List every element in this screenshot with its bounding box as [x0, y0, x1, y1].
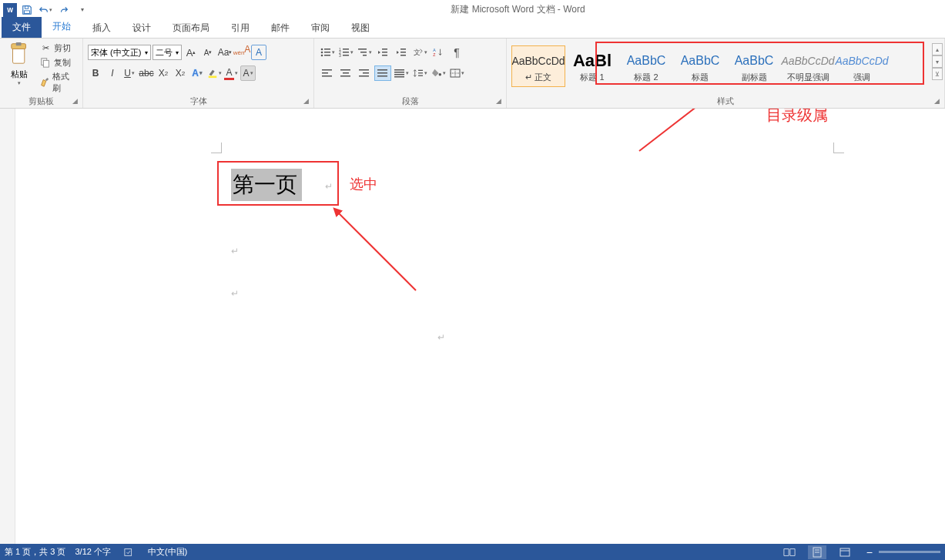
- spellcheck-icon[interactable]: [120, 545, 139, 559]
- svg-rect-6: [16, 42, 22, 45]
- character-border-button[interactable]: A: [251, 45, 266, 60]
- paragraph-mark: ↵: [325, 181, 333, 193]
- increase-indent-button[interactable]: [393, 45, 410, 60]
- tab-layout[interactable]: 页面布局: [162, 18, 220, 38]
- style-item-0[interactable]: AaBbCcDd↵ 正文: [511, 45, 565, 87]
- tab-file[interactable]: 文件: [2, 17, 42, 38]
- copy-icon: [39, 56, 52, 69]
- vertical-ruler[interactable]: [0, 109, 15, 544]
- show-hide-marks-button[interactable]: ¶: [448, 45, 465, 60]
- zoom-control[interactable]: −: [863, 546, 940, 558]
- bullets-button[interactable]: [319, 45, 336, 60]
- cut-button[interactable]: ✂剪切: [37, 41, 78, 55]
- shading-button[interactable]: [430, 65, 447, 81]
- style-item-1[interactable]: AaBl标题 1: [565, 45, 619, 87]
- styles-scroll-up[interactable]: ▴: [932, 43, 943, 55]
- paragraph-dialog-launcher[interactable]: ◢: [496, 98, 504, 106]
- align-right-button[interactable]: [356, 65, 373, 81]
- status-page[interactable]: 第 1 页，共 3 页: [5, 546, 65, 558]
- bold-button[interactable]: B: [88, 65, 103, 81]
- print-layout-icon[interactable]: [808, 545, 826, 559]
- underline-button[interactable]: U: [122, 65, 137, 81]
- sort-button[interactable]: AZ: [430, 45, 447, 60]
- asian-layout-button[interactable]: 文: [411, 45, 428, 60]
- highlight-button[interactable]: [206, 65, 222, 81]
- svg-rect-39: [340, 75, 350, 77]
- superscript-button[interactable]: X2: [173, 65, 188, 81]
- align-justify-button[interactable]: [374, 65, 391, 81]
- status-word-count[interactable]: 3/12 个字: [75, 546, 110, 558]
- save-icon[interactable]: [18, 2, 35, 18]
- tab-design[interactable]: 设计: [122, 18, 162, 38]
- document-area: 第一页 ↵ ↵ ↵ ↵ 选中 目录级属: [0, 109, 945, 544]
- group-label-clipboard: 剪贴板: [0, 96, 82, 107]
- change-case-button[interactable]: Aa▾: [217, 45, 233, 60]
- line-spacing-button[interactable]: [411, 65, 428, 81]
- character-shading-button[interactable]: A: [240, 65, 256, 81]
- grow-font-button[interactable]: A▴: [183, 45, 199, 60]
- ribbon: 粘贴 ▾ ✂剪切 复制 格式刷 剪贴板 ◢ 宋体 (中文正)▾ 二号▾ A▴ A…: [0, 38, 945, 109]
- svg-rect-13: [324, 52, 330, 53]
- style-item-2[interactable]: AaBbC标题 2: [619, 45, 673, 87]
- tab-insert[interactable]: 插入: [82, 18, 122, 38]
- font-color-button[interactable]: A: [223, 65, 239, 81]
- styles-expand[interactable]: ⊻: [932, 68, 943, 80]
- svg-rect-49: [394, 76, 404, 78]
- group-label-styles: 样式: [507, 96, 944, 107]
- styles-scroll-down[interactable]: ▾: [932, 55, 943, 68]
- font-name-combo[interactable]: 宋体 (中文正)▾: [88, 45, 151, 60]
- format-painter-button[interactable]: 格式刷: [37, 70, 78, 95]
- style-item-4[interactable]: AaBbC副标题: [727, 45, 781, 87]
- style-preview: AaBbCcDd: [835, 50, 888, 72]
- style-item-6[interactable]: AaBbCcDd强调: [835, 45, 889, 87]
- undo-icon[interactable]: ▾: [37, 2, 54, 18]
- quick-access-toolbar: W ▾ ▾: [0, 2, 91, 18]
- svg-text:W: W: [7, 7, 13, 14]
- phonetic-guide-button[interactable]: wénA: [234, 45, 250, 60]
- scissors-icon: ✂: [39, 42, 52, 54]
- svg-text:A: A: [433, 48, 436, 52]
- tab-home[interactable]: 开始: [42, 17, 82, 38]
- status-language[interactable]: 中文(中国): [148, 546, 187, 558]
- style-item-3[interactable]: AaBbC标题: [673, 45, 727, 87]
- styles-dialog-launcher[interactable]: ◢: [934, 98, 942, 106]
- text-effects-button[interactable]: A: [189, 65, 205, 81]
- qat-customize-icon[interactable]: ▾: [74, 2, 91, 18]
- tab-view[interactable]: 视图: [340, 18, 380, 38]
- tab-review[interactable]: 审阅: [300, 18, 340, 38]
- document-canvas[interactable]: 第一页 ↵ ↵ ↵ ↵ 选中 目录级属: [15, 109, 945, 544]
- svg-rect-42: [359, 75, 369, 77]
- font-size-combo[interactable]: 二号▾: [152, 45, 182, 60]
- style-preview: AaBl: [573, 50, 612, 72]
- zoom-out-button[interactable]: −: [863, 546, 876, 558]
- style-label: 不明显强调: [787, 72, 829, 83]
- multilevel-list-button[interactable]: [356, 45, 373, 60]
- word-app-icon[interactable]: W: [3, 3, 17, 17]
- window-title: 新建 Microsoft Word 文档 - Word: [91, 3, 945, 16]
- copy-button[interactable]: 复制: [37, 55, 78, 69]
- svg-rect-36: [322, 75, 332, 77]
- align-left-button[interactable]: [319, 65, 336, 81]
- zoom-slider[interactable]: [879, 551, 940, 553]
- selected-text[interactable]: 第一页: [231, 169, 302, 201]
- subscript-button[interactable]: X2: [156, 65, 171, 81]
- numbering-button[interactable]: 123: [337, 45, 354, 60]
- shrink-font-button[interactable]: A▾: [200, 45, 216, 60]
- align-center-button[interactable]: [337, 65, 354, 81]
- clipboard-dialog-launcher[interactable]: ◢: [72, 98, 80, 106]
- read-mode-icon[interactable]: [780, 545, 799, 559]
- distributed-button[interactable]: [393, 65, 410, 81]
- font-dialog-launcher[interactable]: ◢: [303, 98, 311, 106]
- svg-rect-34: [322, 69, 332, 71]
- web-layout-icon[interactable]: [836, 545, 854, 559]
- decrease-indent-button[interactable]: [374, 45, 391, 60]
- style-item-5[interactable]: AaBbCcDd不明显强调: [781, 45, 835, 87]
- strikethrough-button[interactable]: abc: [139, 65, 154, 81]
- borders-button[interactable]: [448, 65, 465, 81]
- redo-icon[interactable]: [55, 2, 72, 18]
- svg-rect-45: [377, 75, 387, 77]
- tab-references[interactable]: 引用: [220, 18, 260, 38]
- italic-button[interactable]: I: [105, 65, 120, 81]
- tab-mailings[interactable]: 邮件: [260, 18, 300, 38]
- svg-point-12: [320, 52, 323, 54]
